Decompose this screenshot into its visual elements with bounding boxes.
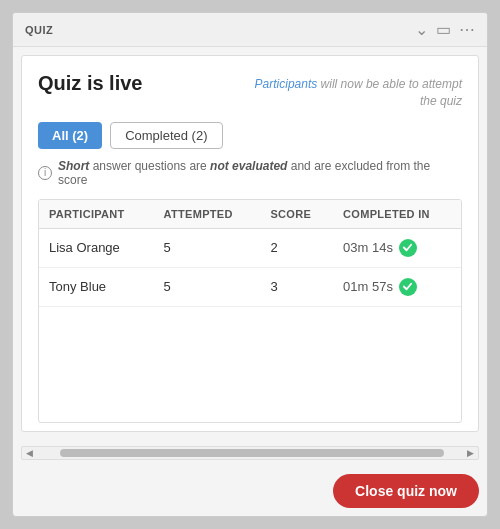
scroll-left-arrow[interactable]: ◀ [24, 448, 35, 458]
col-completed-in: COMPLETED IN [333, 200, 461, 229]
cell-participant: Tony Blue [39, 267, 154, 306]
info-italic1: Short [58, 159, 89, 173]
info-icon: i [38, 166, 52, 180]
table-row: Lisa Orange 5 2 03m 14s [39, 228, 461, 267]
empty-row [39, 306, 461, 366]
check-icon [399, 278, 417, 296]
chevron-down-icon[interactable]: ⌄ [415, 20, 428, 39]
check-icon [399, 239, 417, 257]
header-row: Quiz is live Participants will now be ab… [38, 72, 462, 110]
titlebar-title: QUIZ [25, 24, 53, 36]
scrollbar-thumb[interactable] [60, 449, 444, 457]
table-header-row: PARTICIPANT ATTEMPTED SCORE COMPLETED IN [39, 200, 461, 229]
table-row: Tony Blue 5 3 01m 57s [39, 267, 461, 306]
info-row: i Short answer questions are not evaluat… [38, 159, 462, 187]
cell-participant: Lisa Orange [39, 228, 154, 267]
completed-time: 01m 57s [343, 279, 393, 294]
close-quiz-button[interactable]: Close quiz now [333, 474, 479, 508]
cell-score: 2 [260, 228, 333, 267]
cell-completed-in: 01m 57s [333, 267, 461, 306]
quiz-window: QUIZ ⌄ ▭ ⋯ Quiz is live Participants wil… [12, 12, 488, 517]
cell-score: 3 [260, 267, 333, 306]
live-message: Participants will now be able to attempt… [242, 76, 462, 110]
scroll-right-arrow[interactable]: ▶ [465, 448, 476, 458]
titlebar-controls: ⌄ ▭ ⋯ [415, 20, 475, 39]
tab-all[interactable]: All (2) [38, 122, 102, 149]
cell-completed-in: 03m 14s [333, 228, 461, 267]
titlebar: QUIZ ⌄ ▭ ⋯ [13, 13, 487, 47]
more-options-icon[interactable]: ⋯ [459, 20, 475, 39]
cell-attempted: 5 [154, 267, 261, 306]
participants-table: PARTICIPANT ATTEMPTED SCORE COMPLETED IN… [38, 199, 462, 423]
tabs: All (2) Completed (2) [38, 122, 462, 149]
cell-attempted: 5 [154, 228, 261, 267]
col-score: SCORE [260, 200, 333, 229]
live-message-rest: will now be able to attempt the quiz [317, 77, 462, 108]
col-attempted: ATTEMPTED [154, 200, 261, 229]
main-content: Quiz is live Participants will now be ab… [21, 55, 479, 432]
info-italic2: not evaluated [210, 159, 287, 173]
horizontal-scrollbar[interactable]: ◀ ▶ [21, 446, 479, 460]
completed-time: 03m 14s [343, 240, 393, 255]
info-text: Short answer questions are not evaluated… [58, 159, 462, 187]
participants-link[interactable]: Participants [255, 77, 318, 91]
tab-completed[interactable]: Completed (2) [110, 122, 222, 149]
col-participant: PARTICIPANT [39, 200, 154, 229]
quiz-title: Quiz is live [38, 72, 142, 95]
window-icon[interactable]: ▭ [436, 20, 451, 39]
footer: Close quiz now [13, 466, 487, 516]
